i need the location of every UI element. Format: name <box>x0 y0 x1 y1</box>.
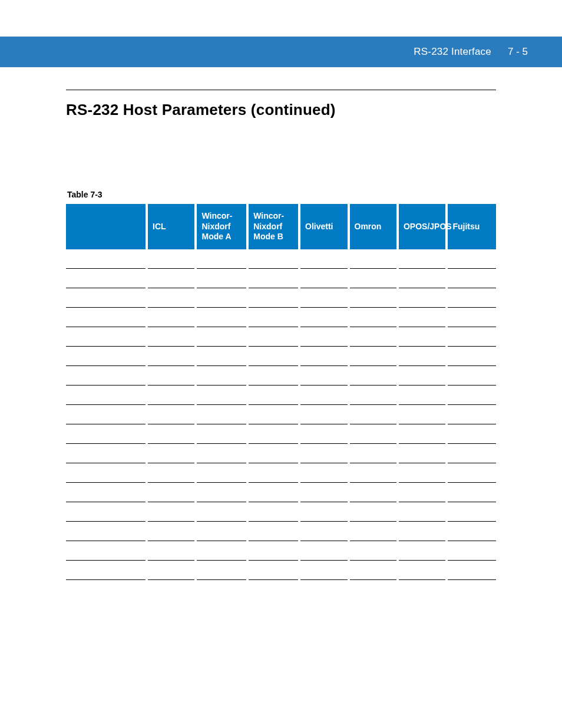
table-cell <box>247 386 299 405</box>
table-cell <box>196 288 247 308</box>
table-cell <box>247 483 299 502</box>
table-caption: Table 7-3 <box>66 190 496 199</box>
table-cell <box>66 347 147 366</box>
table-cell <box>147 483 196 502</box>
table-cell <box>349 366 398 386</box>
table-row <box>66 444 496 463</box>
table-cell <box>447 269 496 288</box>
table-cell <box>147 327 196 347</box>
table-row <box>66 561 496 580</box>
table-cell <box>349 444 398 463</box>
table-cell <box>349 308 398 327</box>
table-cell <box>398 424 447 444</box>
table-cell <box>447 541 496 561</box>
table-cell <box>349 541 398 561</box>
table-cell <box>247 249 299 269</box>
table-row <box>66 366 496 386</box>
table-cell <box>447 522 496 541</box>
table-cell <box>247 502 299 522</box>
header-page-number: 7 - 5 <box>508 46 528 58</box>
table-cell <box>66 522 147 541</box>
column-header-opos-jpos: OPOS/JPOS <box>398 204 447 249</box>
table-row <box>66 288 496 308</box>
table-row <box>66 502 496 522</box>
table-cell <box>196 502 247 522</box>
table-cell <box>398 463 447 483</box>
table-cell <box>147 561 196 580</box>
table-cell <box>349 502 398 522</box>
table-cell <box>247 522 299 541</box>
table-cell <box>447 463 496 483</box>
column-header-fujitsu: Fujitsu <box>447 204 496 249</box>
table-cell <box>299 561 348 580</box>
table-cell <box>299 541 348 561</box>
table-cell <box>196 522 247 541</box>
table-cell <box>349 269 398 288</box>
table-cell <box>299 327 348 347</box>
table-cell <box>147 502 196 522</box>
table-cell <box>398 288 447 308</box>
table-cell <box>66 502 147 522</box>
table-header: ICL Wincor-Nixdorf Mode A Wincor-Nixdorf… <box>66 204 496 249</box>
table-cell <box>447 502 496 522</box>
table-cell <box>447 366 496 386</box>
table-cell <box>147 366 196 386</box>
table-cell <box>66 366 147 386</box>
table-cell <box>299 366 348 386</box>
table-cell <box>398 269 447 288</box>
table-cell <box>147 386 196 405</box>
horizontal-rule <box>66 90 496 90</box>
table-cell <box>447 561 496 580</box>
table-cell <box>398 366 447 386</box>
table-cell <box>147 522 196 541</box>
table-row <box>66 483 496 502</box>
table-cell <box>398 386 447 405</box>
table-row <box>66 327 496 347</box>
table-cell <box>247 308 299 327</box>
table-cell <box>66 541 147 561</box>
table-row <box>66 405 496 424</box>
table-cell <box>247 463 299 483</box>
table-cell <box>196 541 247 561</box>
table-cell <box>299 347 348 366</box>
table-cell <box>447 308 496 327</box>
table-cell <box>66 424 147 444</box>
table-cell <box>299 522 348 541</box>
table-cell <box>196 386 247 405</box>
table-cell <box>247 347 299 366</box>
table-cell <box>398 502 447 522</box>
page-heading: RS-232 Host Parameters (continued) <box>66 101 496 119</box>
table-cell <box>66 463 147 483</box>
table-cell <box>447 288 496 308</box>
table-cell <box>447 405 496 424</box>
table-cell <box>447 444 496 463</box>
table-cell <box>299 463 348 483</box>
table-cell <box>247 405 299 424</box>
table-cell <box>299 269 348 288</box>
table-cell <box>247 424 299 444</box>
table-cell <box>66 269 147 288</box>
header-section-name: RS-232 Interface <box>414 46 491 58</box>
table-cell <box>447 249 496 269</box>
table-cell <box>299 386 348 405</box>
table-cell <box>66 327 147 347</box>
table-cell <box>147 541 196 561</box>
table-cell <box>349 386 398 405</box>
table-cell <box>349 522 398 541</box>
column-header-wincor-b: Wincor-Nixdorf Mode B <box>247 204 299 249</box>
host-parameters-table: ICL Wincor-Nixdorf Mode A Wincor-Nixdorf… <box>66 204 496 580</box>
table-cell <box>196 269 247 288</box>
table-cell <box>196 366 247 386</box>
table-cell <box>147 249 196 269</box>
table-row <box>66 308 496 327</box>
table-cell <box>66 308 147 327</box>
table-cell <box>349 327 398 347</box>
table-cell <box>196 249 247 269</box>
table-row <box>66 386 496 405</box>
table-cell <box>398 405 447 424</box>
table-cell <box>196 347 247 366</box>
table-cell <box>349 424 398 444</box>
table-cell <box>447 386 496 405</box>
table-cell <box>196 308 247 327</box>
table-cell <box>247 561 299 580</box>
